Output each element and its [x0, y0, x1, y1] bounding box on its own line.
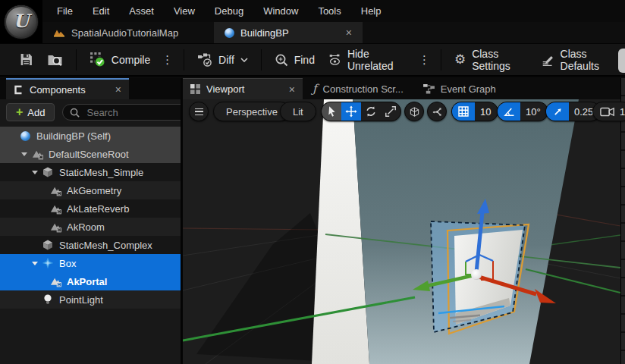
viewport-tab-icon [190, 84, 200, 94]
expander-icon[interactable] [29, 262, 41, 265]
plus-icon: + [16, 106, 23, 118]
grid-snap-icon[interactable] [452, 102, 475, 121]
class-defaults-button[interactable]: Class Defaults [535, 47, 625, 73]
scale-snap-icon[interactable] [546, 102, 569, 121]
tree-row-aklatereverb[interactable]: AkLateReverb [0, 199, 181, 218]
simulation-button-edge[interactable] [618, 49, 625, 73]
tab-construction-script[interactable]: ƒ Construction Scr... [303, 78, 413, 99]
tab-spatialaudiotutorialmap[interactable]: SpatialAudioTutorialMap [42, 22, 203, 43]
tree-row-box[interactable]: Box [0, 254, 181, 272]
menu-file[interactable]: File [47, 0, 83, 22]
tree-label: StaticMesh_Simple [59, 167, 143, 178]
coordinate-space-button[interactable] [404, 102, 424, 121]
close-icon[interactable]: × [346, 27, 352, 38]
menu-help[interactable]: Help [351, 0, 391, 22]
select-tool-button[interactable] [322, 102, 341, 121]
event-graph-icon [423, 84, 435, 94]
rotate-tool-button[interactable] [361, 102, 381, 121]
close-icon[interactable]: × [115, 84, 121, 95]
diff-button[interactable]: Diff [190, 47, 255, 73]
tab-label: BuildingBP [240, 27, 289, 39]
close-icon[interactable]: × [289, 84, 295, 95]
point-light-icon [41, 293, 55, 306]
scale-tool-button[interactable] [381, 102, 400, 121]
menu-asset[interactable]: Asset [119, 0, 164, 22]
rotation-snap-control[interactable]: 10° [497, 102, 548, 121]
compile-label: Compile [111, 54, 150, 66]
tree-row-buildingbp-self[interactable]: BuildingBP (Self) [0, 127, 181, 145]
save-button[interactable] [12, 47, 40, 73]
expander-icon[interactable] [29, 171, 41, 174]
camera-speed-icon [600, 107, 615, 117]
class-defaults-icon [542, 53, 554, 67]
tree-row-staticmesh-simple[interactable]: StaticMesh_Simple [0, 163, 181, 181]
hide-unrelated-label: Hide Unrelated [347, 48, 407, 72]
unreal-blueprint-editor-window: U File Edit Asset View Debug Window Tool… [0, 0, 625, 364]
main-area: Components × + Add [0, 78, 625, 364]
tab-label: Construction Scr... [323, 83, 404, 95]
find-button[interactable]: Find [268, 47, 322, 73]
scene-canvas [183, 99, 620, 364]
browse-button[interactable] [40, 47, 70, 73]
camera-speed-control[interactable]: 1 [592, 102, 625, 121]
menu-edit[interactable]: Edit [83, 0, 119, 22]
add-component-button[interactable]: + Add [6, 103, 55, 121]
grid-snap-value[interactable]: 10 [475, 106, 498, 118]
add-label: Add [27, 107, 45, 118]
menu-window[interactable]: Window [253, 0, 308, 22]
tree-label: AkGeometry [67, 185, 121, 196]
scene-component-icon [49, 202, 62, 215]
construction-script-icon: ƒ [312, 83, 317, 95]
browse-content-icon [47, 53, 63, 67]
viewport-panel: Viewport × ƒ Construction Scr... Event G… [183, 78, 620, 364]
scene-component-icon [49, 275, 62, 287]
compile-button[interactable]: Compile [83, 47, 157, 73]
components-panel-icon [14, 85, 24, 95]
transform-tools-group [321, 102, 401, 121]
lit-mode-button[interactable]: Lit [280, 102, 316, 121]
viewport-options-button[interactable] [189, 102, 209, 121]
diff-icon [197, 53, 212, 67]
menu-bar: File Edit Asset View Debug Window Tools … [42, 0, 625, 22]
expander-icon[interactable] [18, 152, 30, 156]
tree-row-defaultsceneroot[interactable]: DefaultSceneRoot [0, 145, 181, 163]
hide-unrelated-kebab-icon[interactable]: ⋮ [414, 53, 435, 67]
components-tab-row: Components × [0, 78, 181, 99]
tree-row-staticmesh-complex[interactable]: StaticMesh_Complex [0, 236, 181, 254]
tree-label: StaticMesh_Complex [59, 240, 152, 251]
scene-component-icon [49, 221, 62, 233]
compile-options-kebab-icon[interactable]: ⋮ [157, 53, 177, 67]
tree-row-akroom[interactable]: AkRoom [0, 218, 181, 236]
surface-snapping-button[interactable] [427, 102, 447, 121]
tree-label: PointLight [59, 294, 103, 306]
tab-buildingbp[interactable]: BuildingBP × [214, 22, 363, 43]
camera-speed-value[interactable]: 1 [620, 106, 625, 118]
menu-debug[interactable]: Debug [205, 0, 253, 22]
tab-viewport[interactable]: Viewport × [183, 78, 303, 99]
tree-row-akgeometry[interactable]: AkGeometry [0, 181, 181, 199]
tree-label: BuildingBP (Self) [36, 130, 111, 142]
perspective-button[interactable]: Perspective [213, 102, 291, 121]
components-panel: Components × + Add [0, 78, 181, 364]
static-mesh-icon [41, 166, 55, 178]
tree-label: Box [59, 258, 76, 269]
unreal-logo[interactable]: U [0, 0, 42, 43]
search-icon [70, 108, 80, 118]
tab-event-graph[interactable]: Event Graph [413, 78, 506, 99]
menu-view[interactable]: View [164, 0, 205, 22]
gizmo-center[interactable] [471, 269, 482, 280]
3d-scene[interactable] [183, 99, 620, 364]
grid-snap-control[interactable]: 10 [451, 102, 498, 121]
rotation-snap-icon[interactable] [498, 102, 520, 121]
class-settings-button[interactable]: ⚙ Class Settings [448, 47, 535, 73]
tab-label: SpatialAudioTutorialMap [71, 27, 178, 39]
move-tool-button[interactable] [341, 102, 361, 121]
menu-tools[interactable]: Tools [308, 0, 350, 22]
compile-icon [90, 52, 105, 67]
tree-row-akportal[interactable]: AkPortal [0, 272, 181, 290]
toolbar-separator [184, 49, 184, 71]
tree-row-pointlight[interactable]: PointLight [0, 290, 181, 309]
hide-unrelated-button[interactable]: Hide Unrelated [322, 47, 414, 73]
rotation-snap-value[interactable]: 10° [520, 106, 548, 118]
tab-components[interactable]: Components × [6, 78, 129, 99]
